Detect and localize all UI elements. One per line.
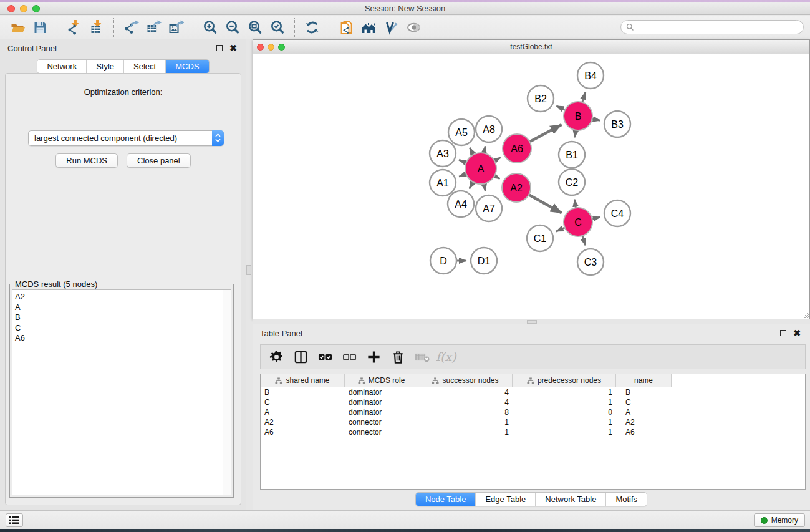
graph-edge-A6-B[interactable]	[529, 125, 562, 142]
tab-network[interactable]: Network	[37, 60, 87, 73]
tab-mcds[interactable]: MCDS	[166, 60, 208, 73]
tab-style[interactable]: Style	[87, 60, 124, 73]
network-window-titlebar[interactable]: testGlobe.txt	[253, 40, 809, 54]
control-panel-tabs: NetworkStyleSelectMCDS	[0, 59, 246, 74]
memory-button[interactable]: Memory	[754, 513, 805, 527]
cell-name[interactable]: A	[616, 407, 672, 417]
zoom-in-button[interactable]	[200, 17, 220, 37]
cell-successor-nodes[interactable]: 1	[418, 417, 513, 427]
horizontal-split-divider[interactable]	[253, 319, 810, 324]
cell-name[interactable]: A2	[616, 417, 672, 427]
run-mcds-button[interactable]: Run MCDS	[55, 153, 118, 168]
cell-successor-nodes[interactable]: 4	[418, 387, 513, 397]
tab-select[interactable]: Select	[124, 60, 166, 73]
table-row-A2[interactable]: A2connector11A2	[261, 417, 805, 427]
search-input[interactable]	[620, 20, 804, 34]
export-image-icon	[168, 20, 184, 35]
graph-node-label-B4: B4	[584, 70, 597, 81]
mcds-result-item[interactable]: A6	[15, 333, 231, 344]
table-row-A6[interactable]: A6connector11A6	[261, 427, 805, 437]
cell-predecessor-nodes[interactable]: 1	[513, 417, 616, 427]
export-network-button[interactable]	[121, 17, 141, 37]
cell-predecessor-nodes[interactable]: 1	[513, 397, 616, 407]
vertical-split-divider[interactable]	[246, 39, 253, 510]
network-canvas[interactable]: B4B2BB3A8A5A6A3B1AA1C2A2A4A7C4CC1C3DD1	[253, 54, 809, 319]
cell-MCDS-role[interactable]: dominator	[345, 407, 418, 417]
cell-name[interactable]: A6	[616, 427, 672, 437]
table-row-A[interactable]: Adominator80A	[261, 407, 805, 417]
column-sort-icon	[527, 377, 534, 384]
cell-MCDS-role[interactable]: connector	[345, 427, 418, 437]
divider-grip[interactable]	[246, 265, 251, 275]
tab-node-table[interactable]: Node Table	[416, 493, 476, 506]
mcds-result-item[interactable]: C	[15, 323, 231, 334]
task-history-button[interactable]	[6, 513, 23, 527]
import-table-button[interactable]	[87, 17, 107, 37]
export-table-button[interactable]	[143, 17, 163, 37]
criterion-select[interactable]: largest connected component (directed)	[28, 130, 224, 146]
mcds-result-item[interactable]: B	[15, 312, 231, 323]
zoom-selected-button[interactable]	[268, 17, 287, 37]
column-header-shared-name[interactable]: shared name	[261, 374, 345, 387]
column-header-name[interactable]: name	[616, 374, 672, 387]
save-session-button[interactable]	[30, 17, 50, 37]
table-row-B[interactable]: Bdominator41B	[261, 387, 805, 397]
settings-gear-button[interactable]	[266, 347, 287, 367]
result-list-scrollbar[interactable]	[223, 290, 231, 495]
cell-predecessor-nodes[interactable]: 0	[513, 407, 616, 417]
add-column-button[interactable]	[363, 347, 384, 367]
cell-successor-nodes[interactable]: 8	[418, 407, 513, 417]
zoom-out-button[interactable]	[223, 17, 243, 37]
divider-grip[interactable]	[527, 320, 537, 324]
cell-shared-name[interactable]: B	[261, 387, 345, 397]
tab-network-table[interactable]: Network Table	[536, 493, 606, 506]
cell-shared-name[interactable]: A6	[261, 427, 345, 437]
cell-MCDS-role[interactable]: dominator	[345, 387, 418, 397]
network-window-title: testGlobe.txt	[253, 42, 809, 51]
cell-shared-name[interactable]: C	[261, 397, 345, 407]
cell-filler	[672, 407, 805, 417]
table-row-C[interactable]: Cdominator41C	[261, 397, 805, 407]
cell-MCDS-role[interactable]: dominator	[345, 397, 418, 407]
close-panel-button[interactable]: Close panel	[127, 153, 191, 168]
float-panel-icon[interactable]	[214, 42, 225, 54]
cell-MCDS-role[interactable]: connector	[345, 417, 418, 427]
close-panel-icon[interactable]: ✖	[791, 327, 803, 339]
mcds-result-item[interactable]: A2	[15, 292, 231, 302]
cell-name[interactable]: C	[616, 397, 672, 407]
cell-name[interactable]: B	[616, 387, 672, 397]
tab-motifs[interactable]: Motifs	[606, 493, 647, 506]
refresh-button[interactable]	[302, 17, 322, 37]
column-header-predecessor-nodes[interactable]: predecessor nodes	[513, 374, 616, 387]
delete-column-button[interactable]	[387, 347, 408, 367]
cell-successor-nodes[interactable]: 1	[418, 427, 513, 437]
deselect-all-button[interactable]	[339, 347, 360, 367]
window-resize-grip[interactable]	[801, 310, 809, 318]
graph-edge-A2-C[interactable]	[528, 194, 561, 213]
mcds-result-item[interactable]: A	[15, 302, 231, 313]
home-button[interactable]	[359, 17, 378, 37]
mcds-result-list[interactable]: A2ABCA6	[12, 289, 231, 495]
annotation-button[interactable]	[381, 17, 401, 37]
export-image-button[interactable]	[166, 17, 186, 37]
column-header-successor-nodes[interactable]: successor nodes	[418, 374, 513, 387]
control-panel-header: Control Panel ✖	[0, 39, 246, 57]
column-sort-icon	[275, 377, 282, 384]
column-header-MCDS-role[interactable]: MCDS role	[345, 374, 418, 387]
close-panel-icon[interactable]: ✖	[228, 42, 239, 54]
cell-predecessor-nodes[interactable]: 1	[513, 427, 616, 437]
open-session-button[interactable]	[7, 17, 27, 37]
cell-shared-name[interactable]: A2	[261, 417, 345, 427]
tab-edge-table[interactable]: Edge Table	[476, 493, 536, 506]
network-from-selection-button[interactable]	[336, 17, 356, 37]
desktop-background-strip	[0, 529, 810, 532]
select-all-button[interactable]	[314, 347, 335, 367]
zoom-fit-button[interactable]	[245, 17, 265, 37]
cell-predecessor-nodes[interactable]: 1	[513, 387, 616, 397]
import-network-button[interactable]	[64, 17, 84, 37]
cell-shared-name[interactable]: A	[261, 407, 345, 417]
cell-successor-nodes[interactable]: 4	[418, 397, 513, 407]
float-panel-icon[interactable]	[778, 327, 789, 339]
show-graphics-details-button[interactable]	[403, 17, 423, 37]
column-layout-button[interactable]	[290, 347, 311, 367]
